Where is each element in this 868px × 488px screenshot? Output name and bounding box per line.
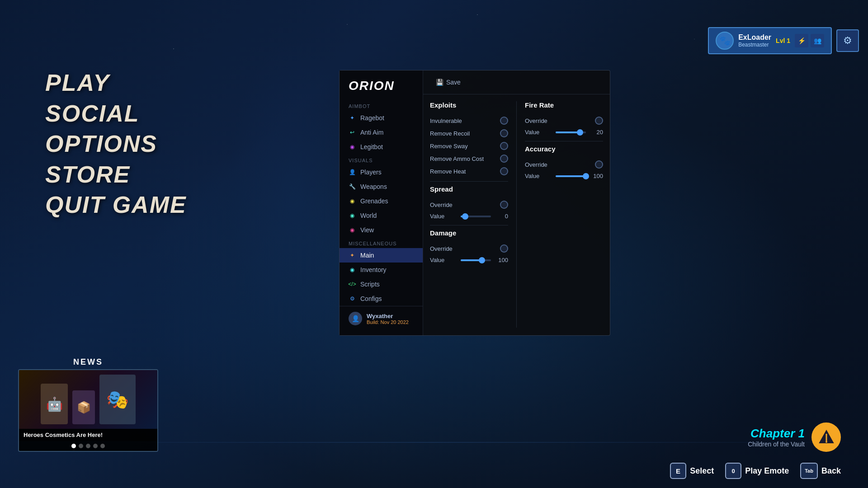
left-menu: PLAY SOCIAL OPTIONS STORE QUIT GAME <box>45 68 187 221</box>
accuracy-heading: Accuracy <box>525 145 603 153</box>
nav-inventory[interactable]: ◉ Inventory <box>340 263 423 277</box>
remove-ammo-toggle[interactable] <box>500 155 508 163</box>
spread-display-value: 0 <box>495 213 508 220</box>
news-dot-5[interactable] <box>100 444 105 448</box>
player-icons: ⚡ 👥 <box>795 34 824 47</box>
main-label: Main <box>360 252 374 259</box>
accuracy-override-label: Override <box>525 161 547 168</box>
accuracy-value-label: Value <box>525 173 552 179</box>
nav-view[interactable]: ◉ View <box>340 223 423 237</box>
firerate-thumb[interactable] <box>577 129 583 136</box>
spread-override-toggle[interactable] <box>500 201 508 209</box>
news-caption: Heroes Cosmetics Are Here! <box>19 429 157 441</box>
news-panel: NEWS 🤖 📦 🎭 Heroes Cosmetics Are Here! <box>18 357 158 452</box>
char-3: 🎭 <box>99 375 136 424</box>
view-label: View <box>360 226 374 234</box>
configs-icon: ⚙ <box>349 295 356 302</box>
player-info: ExLoader Beastmaster <box>738 33 771 48</box>
spread-thumb[interactable] <box>462 213 468 220</box>
skill-icon: ⚡ <box>795 34 808 47</box>
menu-item-quit[interactable]: QUIT GAME <box>45 190 187 221</box>
nav-players[interactable]: 👤 Players <box>340 165 423 179</box>
menu-item-play[interactable]: PLAY <box>45 68 187 99</box>
nav-grenades[interactable]: ◉ Grenades <box>340 194 423 208</box>
players-icon: 👤 <box>349 169 356 176</box>
firerate-override-toggle[interactable] <box>595 117 603 125</box>
accuracy-thumb[interactable] <box>583 173 589 179</box>
nav-legitbot[interactable]: ◉ Legitbot <box>340 140 423 154</box>
spread-value-label: Value <box>430 213 457 220</box>
menu-item-options[interactable]: OPTIONS <box>45 129 187 160</box>
firerate-value-label: Value <box>525 129 552 136</box>
char-2: 📦 <box>72 390 95 424</box>
remove-heat-toggle[interactable] <box>500 167 508 175</box>
news-dot-4[interactable] <box>93 444 98 448</box>
footer-username: Wyxather <box>367 313 409 319</box>
remove-recoil-label: Remove Recoil <box>430 130 470 137</box>
nav-scripts[interactable]: </> Scripts <box>340 277 423 291</box>
remove-sway-label: Remove Sway <box>430 143 468 150</box>
world-label: World <box>360 212 377 219</box>
nav-weapons[interactable]: 🔧 Weapons <box>340 179 423 194</box>
select-key: E <box>670 463 686 479</box>
player-name: ExLoader <box>738 33 771 42</box>
ragebot-label: Ragebot <box>360 114 384 122</box>
avatar: 🐾 <box>716 32 734 50</box>
invulnerable-toggle[interactable] <box>500 117 508 125</box>
footer-build-date: Nov 20 2022 <box>381 319 409 325</box>
back-label: Back <box>821 466 841 476</box>
menu-item-social[interactable]: SOCIAL <box>45 99 187 129</box>
menu-item-store[interactable]: STORE <box>45 160 187 190</box>
grenades-icon: ◉ <box>349 197 356 205</box>
firerate-value-row: Value 20 <box>525 127 603 137</box>
news-image: 🤖 📦 🎭 <box>19 370 157 429</box>
nav-ragebot[interactable]: ✦ Ragebot <box>340 111 423 125</box>
spread-slider[interactable] <box>461 216 491 217</box>
settings-button[interactable]: ⚙ <box>836 29 859 52</box>
grenades-label: Grenades <box>360 197 388 205</box>
emote-key: 0 <box>725 463 741 479</box>
news-dot-3[interactable] <box>86 444 90 448</box>
toggle-remove-ammo: Remove Ammo Cost <box>430 152 508 165</box>
scripts-icon: </> <box>349 281 356 288</box>
nav-world[interactable]: ◉ World <box>340 208 423 223</box>
remove-recoil-toggle[interactable] <box>500 129 508 137</box>
remove-sway-toggle[interactable] <box>500 142 508 150</box>
news-dot-2[interactable] <box>79 444 83 448</box>
inventory-label: Inventory <box>360 266 387 273</box>
player-card: 🐾 ExLoader Beastmaster Lvl 1 ⚡ 👥 <box>708 27 832 54</box>
action-back[interactable]: Tab Back <box>800 463 841 479</box>
nav-main[interactable]: ✦ Main <box>340 248 423 263</box>
accuracy-override-toggle[interactable] <box>595 160 603 169</box>
nav-anti-aim[interactable]: ↩ Anti Aim <box>340 125 423 140</box>
weapons-label: Weapons <box>360 183 387 190</box>
bl-logo <box>811 422 841 452</box>
divider-1 <box>430 181 508 182</box>
damage-slider[interactable] <box>461 259 491 261</box>
news-dot-1[interactable] <box>71 444 76 448</box>
divider-3 <box>525 141 603 141</box>
news-card[interactable]: 🤖 📦 🎭 Heroes Cosmetics Are Here! <box>18 369 158 452</box>
accuracy-display-value: 100 <box>590 173 603 179</box>
action-select[interactable]: E Select <box>670 463 714 479</box>
left-panel: Exploits Invulnerable Remove Recoil Remo… <box>430 101 516 328</box>
ragebot-icon: ✦ <box>349 114 356 122</box>
damage-override-label: Override <box>430 245 453 252</box>
orion-content: 💾 Save Exploits Invulnerable Remove Reco… <box>423 70 610 335</box>
section-label-aimbot: Aimbot <box>340 100 423 111</box>
damage-override-toggle[interactable] <box>500 244 508 253</box>
orion-title: ORION <box>340 70 423 100</box>
firerate-slider[interactable] <box>556 131 586 133</box>
nav-configs[interactable]: ⚙ Configs <box>340 291 423 306</box>
configs-label: Configs <box>360 295 382 302</box>
action-emote[interactable]: 0 Play Emote <box>725 463 789 479</box>
save-button[interactable]: 💾 Save <box>431 77 465 88</box>
divider-2 <box>430 225 508 225</box>
players-label: Players <box>360 169 382 176</box>
scripts-label: Scripts <box>360 281 380 288</box>
accuracy-value-row: Value 100 <box>525 171 603 181</box>
main-icon: ✦ <box>349 252 356 259</box>
anti-aim-icon: ↩ <box>349 129 356 136</box>
accuracy-slider[interactable] <box>556 175 586 177</box>
damage-thumb[interactable] <box>479 257 485 263</box>
